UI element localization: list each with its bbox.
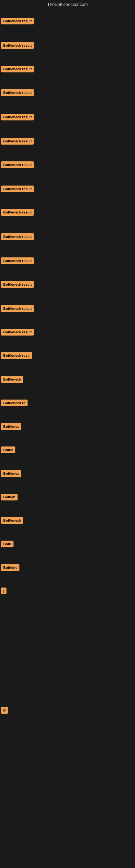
bottleneck-item-26[interactable]: B — [1, 707, 8, 714]
bottleneck-badge-24: Bottlene — [1, 564, 19, 571]
bottleneck-badge-13: Bottleneck result — [1, 305, 34, 312]
bottleneck-item-11[interactable]: Bottleneck result — [1, 257, 34, 264]
bottleneck-badge-1: Bottleneck result — [1, 18, 34, 24]
bottleneck-badge-14: Bottleneck result — [1, 329, 34, 336]
bottleneck-badge-9: Bottleneck result — [1, 209, 34, 216]
bottleneck-item-23[interactable]: Bottl — [1, 540, 13, 547]
bottleneck-badge-18: Bottlenec — [1, 423, 21, 430]
bottleneck-item-15[interactable]: Bottleneck resu — [1, 352, 32, 359]
bottleneck-item-7[interactable]: Bottleneck result — [1, 161, 34, 168]
page-wrapper: TheBottlenecker.com Bottleneck resultBot… — [0, 0, 135, 868]
bottleneck-item-25[interactable]: | — [1, 588, 6, 594]
bottleneck-badge-12: Bottleneck result — [1, 281, 34, 288]
bottleneck-badge-8: Bottleneck result — [1, 186, 34, 192]
bottleneck-badge-26: B — [1, 707, 8, 714]
bottleneck-item-13[interactable]: Bottleneck result — [1, 305, 34, 312]
bottleneck-item-16[interactable]: Bottleneck — [1, 376, 23, 383]
bottleneck-badge-23: Bottl — [1, 540, 13, 547]
bottleneck-badge-15: Bottleneck resu — [1, 352, 32, 359]
bottleneck-item-18[interactable]: Bottlenec — [1, 423, 21, 430]
bottleneck-item-20[interactable]: Bottlenec — [1, 470, 21, 477]
bottleneck-item-6[interactable]: Bottleneck result — [1, 138, 34, 145]
bottleneck-badge-21: Bottlen — [1, 494, 17, 500]
bottleneck-badge-17: Bottleneck re — [1, 400, 28, 406]
bottleneck-item-14[interactable]: Bottleneck result — [1, 329, 34, 336]
bottleneck-badge-16: Bottleneck — [1, 376, 23, 383]
bottleneck-item-17[interactable]: Bottleneck re — [1, 400, 28, 406]
bottleneck-badge-7: Bottleneck result — [1, 161, 34, 168]
bottleneck-item-12[interactable]: Bottleneck result — [1, 281, 34, 288]
bottleneck-badge-22: Bottleneck — [1, 517, 23, 524]
bottleneck-item-22[interactable]: Bottleneck — [1, 517, 23, 524]
bottleneck-badge-6: Bottleneck result — [1, 138, 34, 145]
bottleneck-badge-20: Bottlenec — [1, 470, 21, 477]
bottleneck-item-8[interactable]: Bottleneck result — [1, 186, 34, 192]
bottleneck-badge-3: Bottleneck result — [1, 66, 34, 72]
bottleneck-item-3[interactable]: Bottleneck result — [1, 66, 34, 72]
site-title: TheBottlenecker.com — [0, 0, 135, 10]
bottleneck-item-24[interactable]: Bottlene — [1, 564, 19, 571]
bottleneck-item-2[interactable]: Bottleneck result — [1, 42, 34, 49]
bottleneck-badge-19: Bottle — [1, 446, 15, 453]
bottleneck-badge-5: Bottleneck result — [1, 114, 34, 120]
bottleneck-item-1[interactable]: Bottleneck result — [1, 18, 34, 24]
bottleneck-badge-11: Bottleneck result — [1, 257, 34, 264]
bottleneck-item-21[interactable]: Bottlen — [1, 494, 17, 500]
bottleneck-badge-4: Bottleneck result — [1, 89, 34, 96]
bottleneck-badge-2: Bottleneck result — [1, 42, 34, 49]
bottleneck-item-4[interactable]: Bottleneck result — [1, 89, 34, 96]
bottleneck-badge-25: | — [1, 588, 6, 594]
bottleneck-badge-10: Bottleneck result — [1, 233, 34, 240]
bottleneck-item-10[interactable]: Bottleneck result — [1, 233, 34, 240]
bottleneck-item-19[interactable]: Bottle — [1, 446, 15, 453]
bottleneck-item-5[interactable]: Bottleneck result — [1, 114, 34, 120]
bottleneck-item-9[interactable]: Bottleneck result — [1, 209, 34, 216]
